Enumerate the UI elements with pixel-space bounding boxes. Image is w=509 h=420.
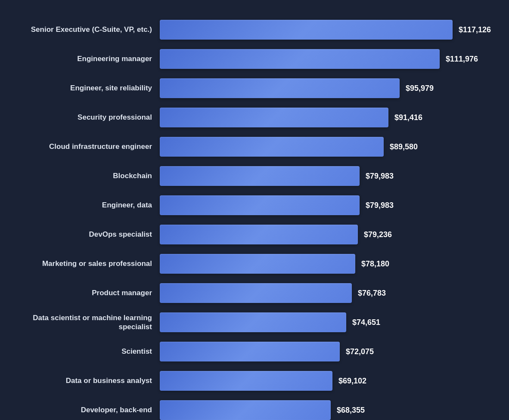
bar-value: $79,983	[366, 201, 394, 210]
bar-wrapper: $68,355	[160, 400, 491, 420]
bar	[160, 20, 453, 40]
bar-row: Blockchain$79,983	[18, 164, 491, 188]
bar-wrapper: $74,651	[160, 312, 491, 332]
bar-row: Data scientist or machine learning speci…	[18, 310, 491, 335]
bar-row: DevOps specialist$79,236	[18, 222, 491, 247]
bar	[160, 371, 332, 391]
bar-label: Cloud infrastructure engineer	[18, 142, 160, 151]
bar-row: Security professional$91,416	[18, 105, 491, 130]
bar	[160, 137, 384, 157]
bar-wrapper: $76,783	[160, 283, 491, 303]
bar-wrapper: $79,983	[160, 195, 491, 215]
bar-row: Engineer, data$79,983	[18, 193, 491, 218]
bar	[160, 166, 360, 186]
bar-value: $91,416	[394, 113, 422, 122]
bar	[160, 254, 355, 274]
bar-label: Scientist	[18, 347, 160, 356]
bar	[160, 225, 358, 244]
bar-value: $72,075	[346, 347, 374, 356]
bar	[160, 400, 331, 420]
bar-value: $79,236	[364, 230, 392, 239]
bar-value: $68,355	[337, 406, 365, 415]
bar-row: Data or business analyst$69,102	[18, 368, 491, 393]
bar-value: $69,102	[338, 377, 366, 386]
bar-value: $117,126	[459, 25, 491, 34]
bar	[160, 49, 440, 69]
bar-value: $111,976	[446, 55, 478, 64]
bar	[160, 342, 340, 361]
bar-row: Cloud infrastructure engineer$89,580	[18, 134, 491, 159]
bar-label: Security professional	[18, 113, 160, 122]
bar-chart: Senior Executive (C-Suite, VP, etc.)$117…	[18, 9, 491, 420]
bar-row: Engineer, site reliability$95,979	[18, 76, 491, 101]
bar-label: Data or business analyst	[18, 376, 160, 385]
bar-value: $89,580	[390, 142, 418, 151]
bar	[160, 78, 400, 98]
bar-wrapper: $72,075	[160, 342, 491, 361]
bar-wrapper: $79,983	[160, 166, 491, 186]
bar-row: Engineering manager$111,976	[18, 46, 491, 71]
bar-value: $79,983	[366, 172, 394, 181]
bar-wrapper: $91,416	[160, 108, 491, 127]
bar-value: $74,651	[352, 318, 380, 327]
bar-wrapper: $69,102	[160, 371, 491, 391]
bar-label: Senior Executive (C-Suite, VP, etc.)	[18, 25, 160, 34]
bar-label: Data scientist or machine learning speci…	[18, 313, 160, 332]
bar-label: DevOps specialist	[18, 230, 160, 239]
bar	[160, 283, 352, 303]
bar	[160, 195, 360, 215]
bar-label: Engineering manager	[18, 54, 160, 63]
bar-label: Product manager	[18, 288, 160, 297]
bar-wrapper: $79,236	[160, 225, 491, 244]
bar-wrapper: $89,580	[160, 137, 491, 157]
bar-label: Engineer, data	[18, 201, 160, 210]
bar-value: $78,180	[361, 259, 389, 269]
bar-label: Blockchain	[18, 171, 160, 180]
bar-wrapper: $117,126	[160, 20, 491, 40]
bar-row: Product manager$76,783	[18, 281, 491, 306]
bar	[160, 108, 388, 127]
bar-label: Engineer, site reliability	[18, 83, 160, 93]
bar-wrapper: $78,180	[160, 254, 491, 274]
bar-row: Developer, back-end$68,355	[18, 398, 491, 420]
bar	[160, 312, 346, 332]
bar-value: $76,783	[358, 289, 386, 298]
bar-wrapper: $95,979	[160, 78, 491, 98]
bar-value: $95,979	[406, 84, 434, 93]
bar-label: Developer, back-end	[18, 405, 160, 414]
bar-row: Scientist$72,075	[18, 339, 491, 364]
bar-wrapper: $111,976	[160, 49, 491, 69]
bar-row: Senior Executive (C-Suite, VP, etc.)$117…	[18, 17, 491, 42]
bar-label: Marketing or sales professional	[18, 259, 160, 268]
bar-row: Marketing or sales professional$78,180	[18, 251, 491, 276]
